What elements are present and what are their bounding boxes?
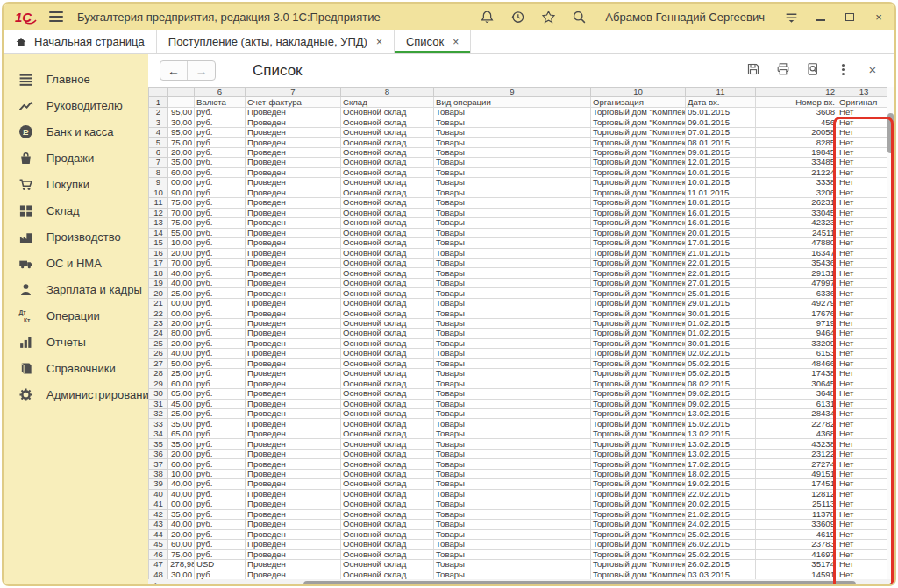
table-row[interactable]: 4675,00руб.ПроведенОсновной складТоварыТ…: [149, 549, 891, 559]
close-window-button[interactable]: ×: [872, 10, 886, 24]
cell: Нет: [837, 489, 891, 499]
close-tab-icon[interactable]: ×: [453, 36, 459, 48]
cell: Товары: [434, 399, 591, 408]
table-row[interactable]: 2100,00руб.ПроведенОсновной складТоварыТ…: [149, 298, 891, 308]
table-row[interactable]: 4830,00руб.ПроведенОсновной складТоварыТ…: [149, 570, 891, 579]
cell: Основной склад: [341, 489, 434, 499]
table-row[interactable]: 2825,00руб.ПроведенОсновной складТоварыТ…: [149, 369, 891, 379]
vertical-scrollbar-thumb[interactable]: [887, 113, 894, 153]
service-menu-icon[interactable]: [783, 9, 799, 25]
table-row[interactable]: 1770,00руб.ПроведенОсновной складТоварыТ…: [149, 258, 891, 267]
table-row[interactable]: 620,00руб.ПроведенОсновной складТоварыТо…: [149, 147, 891, 157]
history-icon[interactable]: [510, 9, 525, 25]
table-row[interactable]: 1840,00руб.ПроведенОсновной складТоварыТ…: [149, 268, 891, 278]
table-row[interactable]: 3335,00руб.ПроведенОсновной складТоварыТ…: [149, 419, 891, 429]
cell: 20.02.2015: [686, 499, 756, 509]
table-row[interactable]: 2960,00руб.ПроведенОсновной складТоварыТ…: [149, 379, 891, 388]
sidebar-item-factory[interactable]: Производство: [4, 223, 148, 250]
table-row[interactable]: 735,00руб.ПроведенОсновной складТоварыТо…: [149, 158, 891, 167]
cell: Товары: [434, 147, 591, 157]
print-preview-icon[interactable]: [805, 61, 821, 77]
table-row[interactable]: 860,00руб.ПроведенОсновной складТоварыТо…: [149, 167, 891, 177]
table-row[interactable]: 47278,98USDПроведенОсновной складТоварыТ…: [149, 560, 891, 570]
sidebar-item-person[interactable]: Зарплата и кадры: [4, 276, 148, 302]
table-row[interactable]: 1270,00руб.ПроведенОсновной складТоварыТ…: [149, 208, 891, 217]
cell: 40: [149, 489, 168, 499]
sidebar-item-truck[interactable]: ОС и НМА: [4, 250, 148, 276]
scroll-left-arrow-icon[interactable]: ◂: [151, 581, 158, 586]
table-row[interactable]: 1620,00руб.ПроведенОсновной складТоварыТ…: [149, 248, 891, 258]
table-row[interactable]: 3465,00руб.ПроведенОсновной складТоварыТ…: [149, 429, 891, 438]
close-form-icon[interactable]: ×: [865, 61, 880, 77]
print-icon[interactable]: [775, 61, 791, 77]
sidebar-item-bar-chart[interactable]: Отчеты: [4, 329, 148, 355]
nav-back-button[interactable]: ←: [160, 61, 188, 80]
table-row[interactable]: 3535,00руб.ПроведенОсновной складТоварыТ…: [149, 439, 891, 449]
table-row[interactable]: 3940,00руб.ПроведенОсновной складТоварыТ…: [149, 479, 891, 489]
table-row[interactable]: 1090,00руб.ПроведенОсновной складТоварыТ…: [149, 188, 891, 197]
table-row[interactable]: 3225,00руб.ПроведенОсновной складТоварыТ…: [149, 409, 891, 419]
table-row[interactable]: 4560,00руб.ПроведенОсновной складТоварыТ…: [149, 540, 891, 549]
sidebar-item-cart[interactable]: Покупки: [4, 171, 148, 197]
table-row[interactable]: 330,00руб.ПроведенОсновной складТоварыТо…: [149, 117, 891, 127]
sidebar-item-ruble-circle[interactable]: РБанк и касса: [4, 118, 148, 145]
minimize-button[interactable]: [814, 10, 828, 24]
close-tab-icon[interactable]: ×: [376, 36, 382, 48]
table-row[interactable]: 1455,00руб.ПроведенОсновной складТоварыТ…: [149, 228, 891, 237]
table-row[interactable]: 4040,00руб.ПроведенОсновной складТоварыТ…: [149, 489, 891, 499]
main-menu-icon[interactable]: [49, 11, 63, 22]
favorites-star-icon[interactable]: [540, 9, 556, 25]
table-row[interactable]: 4420,00руб.ПроведенОсновной складТоварыТ…: [149, 529, 891, 539]
table-row[interactable]: 4340,00руб.ПроведенОсновной складТоварыТ…: [149, 520, 891, 529]
table-row[interactable]: 4100,00руб.ПроведенОсновной складТоварыТ…: [149, 499, 891, 509]
cell: Товары: [434, 540, 591, 549]
cell: Основной склад: [341, 298, 434, 308]
table-row[interactable]: 3005,00руб.ПроведенОсновной складТоварыТ…: [149, 389, 891, 399]
table-row[interactable]: 3760,00руб.ПроведенОсновной складТоварыТ…: [149, 459, 891, 469]
vertical-scrollbar[interactable]: [887, 87, 894, 579]
sidebar-item-bag[interactable]: Продажи: [4, 145, 148, 171]
sidebar-item-book[interactable]: Справочники: [4, 355, 148, 381]
save-icon[interactable]: [745, 61, 761, 77]
horizontal-scrollbar[interactable]: ◂ ▸: [148, 579, 896, 586]
nav-forward-button[interactable]: →: [188, 61, 215, 80]
horizontal-scrollbar-thumb[interactable]: [303, 581, 856, 586]
table-row[interactable]: 1175,00руб.ПроведенОсновной складТоварыТ…: [149, 198, 891, 208]
table-row[interactable]: 1510,00руб.ПроведенОсновной складТоварыТ…: [149, 238, 891, 248]
table-row[interactable]: 2200,00руб.ПроведенОсновной складТоварыТ…: [149, 308, 891, 318]
scroll-right-arrow-icon[interactable]: ▸: [888, 581, 895, 586]
maximize-button[interactable]: [843, 10, 857, 24]
table-row[interactable]: 2520,00руб.ПроведенОсновной складТоварыТ…: [149, 338, 891, 348]
sidebar-item-dt-kt[interactable]: ДтКтОперации: [4, 302, 148, 329]
table-row[interactable]: 575,00руб.ПроведенОсновной складТоварыТо…: [149, 138, 891, 147]
table-row[interactable]: 1940,00руб.ПроведенОсновной складТоварыТ…: [149, 278, 891, 287]
table-row[interactable]: 2640,00руб.ПроведенОсновной складТоварыТ…: [149, 349, 891, 358]
table-row[interactable]: 2480,00руб.ПроведенОсновной складТоварыТ…: [149, 329, 891, 338]
title-bar: 1С Бухгалтерия предприятия, редакция 3.0…: [4, 4, 894, 30]
table-row[interactable]: 3145,00руб.ПроведенОсновной складТоварыТ…: [149, 399, 891, 408]
cell: 26.02.2015: [686, 560, 756, 570]
table-row[interactable]: 4235,00руб.ПроведенОсновной складТоварыТ…: [149, 509, 891, 519]
tab-spisok[interactable]: Список ×: [395, 30, 471, 53]
table-row[interactable]: 2025,00руб.ПроведенОсновной складТоварыТ…: [149, 288, 891, 298]
table-row[interactable]: 900,00руб.ПроведенОсновной складТоварыТо…: [149, 178, 891, 188]
sidebar-item-menu-lines[interactable]: Главное: [4, 66, 148, 92]
sidebar-item-trend-arrow[interactable]: Руководителю: [4, 92, 148, 118]
user-name[interactable]: Абрамов Геннадий Сергеевич: [605, 11, 765, 24]
tab-postuplenie[interactable]: Поступление (акты, накладные, УПД) ×: [157, 30, 395, 53]
search-icon[interactable]: [571, 9, 587, 25]
table-row[interactable]: 3620,00руб.ПроведенОсновной складТоварыТ…: [149, 449, 891, 458]
table-row[interactable]: 495,00руб.ПроведенОсновной складТоварыТо…: [149, 127, 891, 137]
table-row[interactable]: 295,00руб.ПроведенОсновной складТоварыТо…: [149, 107, 891, 117]
tab-home[interactable]: Начальная страница: [4, 30, 157, 53]
sidebar-item-gear[interactable]: Администрирование: [4, 381, 148, 407]
sidebar-item-grid-squares[interactable]: Склад: [4, 197, 148, 223]
more-menu-icon[interactable]: [835, 61, 851, 77]
table-row[interactable]: 2320,00руб.ПроведенОсновной складТоварыТ…: [149, 318, 891, 328]
cell: Проведен: [246, 147, 341, 157]
table-row[interactable]: 2750,00руб.ПроведенОсновной складТоварыТ…: [149, 358, 891, 368]
table-row[interactable]: 3810,00руб.ПроведенОсновной складТоварыТ…: [149, 469, 891, 478]
table-row[interactable]: 1375,00руб.ПроведенОсновной складТоварыТ…: [149, 218, 891, 228]
cell: Основной склад: [341, 409, 434, 419]
notifications-bell-icon[interactable]: [479, 9, 495, 25]
